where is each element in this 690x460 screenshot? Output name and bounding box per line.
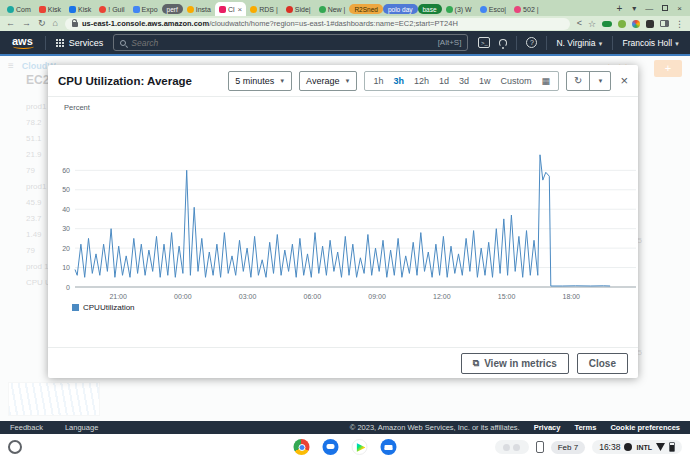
refresh-options-chevron-icon[interactable]: ▼ [589,72,610,90]
range-3d[interactable]: 3d [459,76,469,86]
cpu-utilization-series [75,155,610,286]
x-tick-label: 06:00 [304,293,322,300]
legend-swatch [72,304,79,311]
browser-tab[interactable]: (3) W [442,3,476,16]
range-1w[interactable]: 1w [479,76,491,86]
cloudshell-icon[interactable]: >_ [478,37,490,48]
range-12h[interactable]: 12h [414,76,429,86]
window-close-icon[interactable]: × [677,4,682,13]
services-menu[interactable]: Services [56,38,104,48]
browser-tab[interactable]: New | [315,3,350,16]
cookie-preferences-link[interactable]: Cookie preferences [610,423,680,432]
notifications-bell-icon[interactable] [499,39,507,47]
feedback-link[interactable]: Feedback [10,423,43,432]
external-link-icon: ⧉ [473,359,479,368]
browser-tab[interactable]: Com [3,3,35,16]
meet-favicon-icon [446,6,453,13]
forward-icon[interactable]: → [22,19,31,28]
back-icon[interactable]: ← [6,19,15,28]
url-text: us-east-1.console.aws.amazon.com/cloudwa… [82,19,458,28]
chevron-down-icon: ▼ [597,41,603,47]
calendar-icon[interactable]: ▦ [542,76,551,86]
tab-title: Cl [228,6,235,13]
browser-tab[interactable]: 502 | [510,3,542,16]
view-in-metrics-button[interactable]: ⧉ View in metrics [461,353,569,374]
x-tick-label: 12:00 [433,293,451,300]
extensions-puzzle-icon[interactable] [646,20,654,28]
x-tick-label: 03:00 [239,293,257,300]
new-tab-button[interactable]: + [616,3,622,14]
range-custom[interactable]: Custom [501,76,532,86]
chart-legend[interactable]: CPUUtilization [72,303,135,312]
help-icon[interactable]: ? [526,37,537,48]
phone-hub-icon[interactable] [536,441,544,453]
date-chip[interactable]: Feb 7 [551,441,585,454]
browser-tab[interactable]: Kisk [35,3,65,16]
sidekick-favicon-icon [286,6,293,13]
browser-tab[interactable]: Side| [282,3,315,16]
range-3h[interactable]: 3h [393,76,404,86]
y-tick-label: 40 [62,206,70,213]
reload-icon[interactable]: ↻ [38,19,46,28]
color-extension-icon[interactable] [632,20,640,28]
tab-group-chip[interactable]: base [418,4,442,14]
x-tick-label: 21:00 [109,293,127,300]
refresh-icon[interactable]: ↻ [567,72,589,90]
system-tray[interactable]: 16:38 INTL [592,440,682,454]
tab-group-chip[interactable]: polo day [383,4,418,14]
tab-group-chip[interactable]: R2Sned [349,4,383,14]
google-favicon-icon [99,6,106,13]
modal-close-icon[interactable]: × [620,73,628,88]
tab-group-chip[interactable]: perf [162,4,183,14]
calendar-favicon-icon [69,6,76,13]
media-controls-pill[interactable] [495,440,529,454]
range-1h[interactable]: 1h [373,76,383,86]
y-tick-label: 10 [62,264,70,271]
browser-tab[interactable]: Cl× [215,2,246,16]
x-tick-label: 09:00 [368,293,386,300]
browser-menu-icon[interactable]: ⋮ [675,19,684,29]
alien-extension-icon[interactable] [618,20,626,28]
window-minimize-icon[interactable]: — [645,4,653,13]
bookmark-star-icon[interactable]: ☆ [588,19,596,29]
language-link[interactable]: Language [65,423,98,432]
services-grid-icon [56,39,64,47]
terms-link[interactable]: Terms [574,423,596,432]
browser-tab[interactable]: Insta [183,3,215,16]
address-bar[interactable]: us-east-1.console.aws.amazon.com/cloudwa… [65,18,570,30]
divider [546,36,547,50]
divider [612,36,613,50]
launcher-icon[interactable] [8,440,22,454]
close-button[interactable]: Close [577,353,628,374]
tab-title: Insta [196,6,211,13]
tab-title: base [423,6,437,13]
console-search[interactable]: [Alt+S] [113,34,468,51]
side-panel-icon[interactable] [660,20,669,27]
statistic-dropdown[interactable]: Average▼ [299,71,357,91]
search-input[interactable] [131,38,432,48]
account-menu[interactable]: Francois Holl▼ [622,38,680,48]
region-selector[interactable]: N. Virginia▼ [556,38,603,48]
home-icon[interactable]: ⌂ [53,19,58,28]
aws-logo[interactable]: aws [10,35,35,50]
browser-tab[interactable]: Expo [129,3,162,16]
files-app-icon[interactable] [381,439,397,455]
window-maximize-icon[interactable] [662,5,668,11]
play-store-app-icon[interactable] [352,439,368,455]
keyboard-layout-badge: INTL [636,444,652,451]
tab-title: polo day [388,6,413,13]
share-icon[interactable]: < [577,19,582,28]
range-1d[interactable]: 1d [439,76,449,86]
tab-close-icon[interactable]: × [238,5,243,14]
password-extension-icon[interactable] [602,21,612,27]
messages-app-icon[interactable] [323,439,339,455]
privacy-link[interactable]: Privacy [534,423,561,432]
period-dropdown[interactable]: 5 minutes▼ [228,71,292,91]
gmail-favicon-icon [39,6,46,13]
browser-tab[interactable]: RDS | [246,3,282,16]
browser-tab[interactable]: Esco| [476,3,510,16]
tab-search-chevron-icon[interactable]: ▾ [632,4,636,13]
browser-tab[interactable]: Kisk [65,3,95,16]
browser-tab[interactable]: ! Guil [95,3,128,16]
chrome-app-icon[interactable] [294,439,310,455]
